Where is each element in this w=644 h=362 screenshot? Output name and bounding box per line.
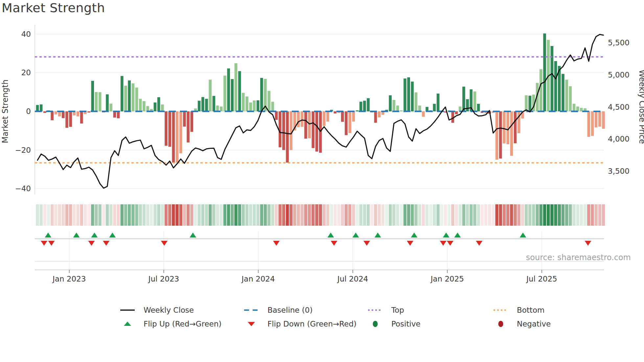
strength-bar (271, 102, 274, 111)
heatmap-cell (47, 204, 50, 226)
strength-bar (65, 111, 68, 128)
flip-down-marker (48, 241, 55, 246)
heatmap-cell (543, 204, 546, 226)
heatmap-cell (587, 204, 590, 226)
heatmap-cell (117, 204, 120, 226)
strength-bar (356, 110, 359, 111)
strength-bar (77, 111, 80, 116)
heatmap-cell (165, 204, 168, 226)
strength-bar (348, 111, 351, 133)
heatmap-cell (580, 204, 583, 226)
strength-bar (132, 83, 135, 111)
flip-down-marker (447, 241, 453, 246)
strength-bar (128, 80, 131, 111)
heatmap-cell (161, 204, 164, 226)
strength-bar (69, 111, 72, 127)
strength-bar (143, 101, 146, 111)
strength-bar (135, 88, 138, 111)
heatmap-cell (558, 204, 561, 226)
heatmap-cell (569, 204, 572, 226)
heatmap-cell (102, 204, 105, 226)
heatmap-cell (385, 204, 388, 226)
strength-bar (297, 111, 300, 127)
strength-bar (540, 69, 542, 111)
y-axis-tick-right: 3,500 (608, 167, 630, 175)
heatmap-cell (370, 204, 373, 226)
heatmap-cell (466, 204, 469, 226)
heatmap-cell (135, 204, 138, 226)
heatmap-cell (80, 204, 83, 226)
flip-up-marker (109, 233, 116, 238)
strength-bar (209, 79, 212, 111)
y-axis-label-left: Market Strength (1, 79, 10, 143)
heatmap-cell (286, 204, 289, 226)
flip-down-marker (88, 241, 95, 246)
source-credit: source: sharemaestro.com (526, 253, 631, 262)
heatmap-cell (212, 204, 215, 226)
heatmap-cell (359, 204, 362, 226)
strength-bar (595, 111, 598, 127)
heatmap-cell (436, 204, 439, 226)
heatmap-cell (484, 204, 487, 226)
heatmap-cell (91, 204, 94, 226)
heatmap-cell (69, 204, 72, 226)
heatmap-cell (334, 204, 336, 226)
strength-bar (473, 91, 476, 111)
heatmap-cell (591, 204, 594, 226)
strength-bar (569, 86, 572, 111)
gridlines (35, 25, 604, 194)
heatmap-cell (253, 204, 256, 226)
heatmap-cell (282, 204, 285, 226)
heatmap-cell (39, 204, 42, 226)
y-axis-tick-right: 5,500 (608, 38, 630, 47)
strength-bar (106, 94, 109, 111)
heatmap-cell (131, 204, 134, 226)
strength-bar (506, 111, 509, 144)
heatmap-cell (197, 204, 200, 226)
strength-bar (154, 102, 157, 111)
strength-bar (36, 105, 39, 111)
y-axis-tick-right: 4,000 (608, 135, 630, 143)
strength-bar (304, 111, 307, 139)
heatmap-cell (311, 204, 314, 226)
strength-bar (40, 104, 43, 111)
strength-bar (308, 111, 311, 138)
strength-bar (378, 111, 381, 117)
strength-bar (179, 111, 182, 153)
strength-bar (238, 71, 241, 111)
heatmap-cell (227, 204, 230, 226)
flip-markers (35, 231, 604, 270)
heatmap-cell (84, 204, 87, 226)
y-axis-tick-left: 20 (21, 68, 31, 77)
heatmap-cell (499, 204, 502, 226)
heatmap-cell (279, 204, 282, 226)
strength-bar (528, 96, 531, 111)
heatmap-cell (451, 204, 454, 226)
strength-bar (433, 104, 436, 111)
strength-bar (562, 74, 564, 111)
heatmap-cell (301, 204, 304, 226)
strength-bar (275, 111, 278, 120)
strength-bar (418, 105, 421, 111)
heatmap-cell (400, 204, 403, 226)
y-axis-label-right: Weekly Close Price (637, 70, 644, 144)
strength-bar (117, 111, 120, 118)
heatmap-cell (220, 204, 223, 226)
heatmap-cell (304, 204, 307, 226)
x-axis-tick-label: Jul 2025 (526, 275, 557, 283)
strength-bar (400, 110, 403, 111)
heatmap-cell (234, 204, 237, 226)
heatmap-cell (297, 204, 300, 226)
heatmap-cell (109, 204, 112, 226)
strength-bar (190, 111, 193, 132)
strength-bar (495, 111, 498, 160)
strength-bar (198, 101, 201, 111)
strength-bar (565, 79, 568, 111)
flip-up-marker (328, 233, 334, 238)
heatmap-cell (128, 204, 131, 226)
strength-bar (374, 111, 377, 123)
heatmap-cell (525, 204, 528, 226)
heatmap-cell (264, 204, 267, 226)
heatmap-cell (209, 204, 212, 226)
heatmap-cell (113, 204, 116, 226)
